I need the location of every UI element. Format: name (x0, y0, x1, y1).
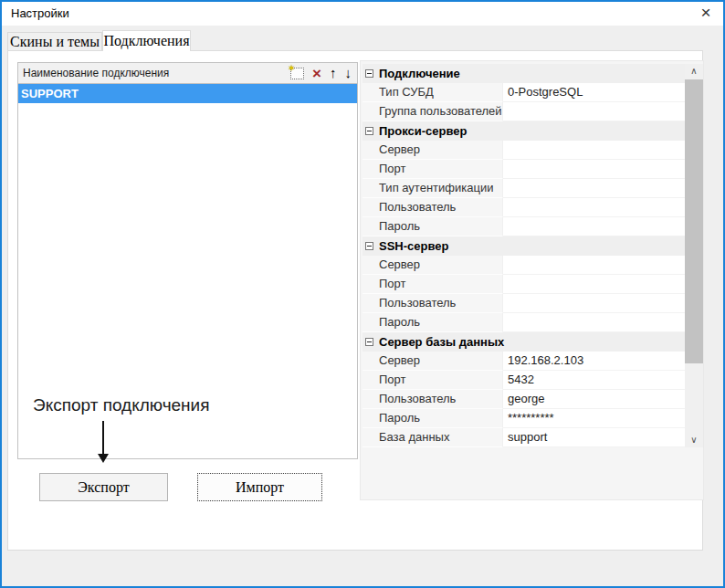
property-grid-rows: ПодключениеТип СУБД0-PostgreSQLГруппа по… (362, 64, 685, 447)
property-label[interactable]: Тип СУБД (362, 83, 503, 102)
property-grid-row[interactable]: Пользователь (362, 294, 685, 313)
property-value[interactable]: ********** (503, 409, 685, 428)
property-grid-row[interactable]: Порт (362, 160, 685, 179)
property-value[interactable]: 192.168.2.103 (503, 352, 685, 371)
property-label[interactable]: Сервер (362, 256, 503, 275)
category-label: Сервер базы данных (379, 332, 685, 352)
tab-connections[interactable]: Подключения (102, 30, 191, 51)
connections-tab-page: Наименование подключения × ↑ ↓ SUPPORT П… (7, 50, 703, 551)
settings-dialog: Настройки × Скины и темы Подключения Наи… (0, 0, 725, 588)
collapse-minus-icon[interactable] (365, 242, 373, 250)
property-value[interactable] (503, 102, 685, 121)
property-grid-row[interactable]: Пользовательgeorge (362, 390, 685, 409)
property-grid-row[interactable]: Пароль (362, 313, 685, 332)
property-label[interactable]: Порт (362, 160, 503, 179)
property-grid-row[interactable]: Пароль (362, 217, 685, 236)
property-label[interactable]: Пароль (362, 409, 503, 428)
collapse-minus-icon[interactable] (365, 127, 373, 135)
import-button[interactable]: Импорт (197, 473, 322, 501)
property-grid-row[interactable]: Пользователь (362, 198, 685, 217)
property-value[interactable] (503, 313, 685, 332)
property-label[interactable]: База данных (362, 428, 503, 447)
property-grid-row[interactable]: Тип СУБД0-PostgreSQL (362, 83, 685, 102)
property-grid-category-row[interactable]: Подключение (362, 64, 685, 83)
connection-property-grid: ПодключениеТип СУБД0-PostgreSQLГруппа по… (360, 60, 704, 500)
scroll-down-icon[interactable]: ∨ (685, 433, 703, 447)
property-value[interactable] (503, 179, 685, 198)
property-value[interactable] (503, 256, 685, 275)
scrollbar-thumb[interactable] (685, 79, 703, 363)
connections-list-items: SUPPORT (18, 84, 357, 103)
property-grid-row[interactable]: Пароль********** (362, 409, 685, 428)
property-label[interactable]: Пароль (362, 313, 503, 332)
property-label[interactable]: Группа пользователей (362, 102, 503, 121)
category-expand-cell (362, 236, 379, 256)
connections-toolbar: × ↑ ↓ (290, 67, 352, 79)
category-label: Прокси-сервер (379, 121, 685, 141)
titlebar: Настройки × (2, 2, 723, 26)
move-down-icon[interactable]: ↓ (345, 67, 352, 79)
connection-list-item[interactable]: SUPPORT (18, 84, 357, 103)
property-value[interactable] (503, 294, 685, 313)
property-value[interactable] (503, 217, 685, 236)
property-grid-row[interactable]: Сервер192.168.2.103 (362, 352, 685, 371)
scroll-up-icon[interactable]: ∧ (685, 64, 703, 79)
annotation-arrow-head-icon (98, 454, 109, 463)
category-label: SSH-сервер (379, 236, 685, 256)
property-value[interactable] (503, 160, 685, 179)
export-annotation-text: Экспорт подключения (33, 394, 210, 416)
property-grid-category-row[interactable]: SSH-сервер (362, 236, 685, 256)
property-label[interactable]: Пароль (362, 217, 503, 236)
tab-skins-and-themes[interactable]: Скины и темы (7, 32, 102, 51)
property-label[interactable]: Пользователь (362, 390, 503, 409)
property-grid-row[interactable]: Сервер (362, 256, 685, 275)
property-grid-row[interactable]: Порт5432 (362, 371, 685, 390)
close-icon[interactable]: × (692, 2, 720, 26)
window-title: Настройки (11, 2, 69, 26)
property-grid-row[interactable]: Сервер (362, 141, 685, 160)
property-grid-row[interactable]: Группа пользователей (362, 102, 685, 121)
property-grid-row[interactable]: Тип аутентификации (362, 179, 685, 198)
property-label[interactable]: Тип аутентификации (362, 179, 503, 198)
property-label[interactable]: Пользователь (362, 294, 503, 313)
new-connection-icon[interactable] (290, 68, 304, 79)
category-expand-cell (362, 121, 379, 141)
property-value[interactable]: 0-PostgreSQL (503, 83, 685, 102)
property-grid-row[interactable]: Порт (362, 275, 685, 294)
property-label[interactable]: Сервер (362, 352, 503, 371)
move-up-icon[interactable]: ↑ (330, 67, 337, 79)
collapse-minus-icon[interactable] (365, 69, 373, 78)
category-expand-cell (362, 64, 379, 83)
category-expand-cell (362, 332, 379, 352)
property-label[interactable]: Сервер (362, 141, 503, 160)
property-grid-category-row[interactable]: Прокси-сервер (362, 121, 685, 141)
property-grid-row[interactable]: База данныхsupport (362, 428, 685, 447)
delete-connection-icon[interactable]: × (312, 68, 321, 79)
property-grid-scrollbar[interactable]: ∧ ∨ (685, 64, 703, 447)
category-label: Подключение (379, 64, 685, 83)
connections-list-header-label: Наименование подключения (23, 67, 290, 79)
annotation-arrow (102, 421, 104, 456)
property-label[interactable]: Порт (362, 371, 503, 390)
export-button[interactable]: Экспорт (39, 473, 168, 501)
property-value[interactable] (503, 141, 685, 160)
property-value[interactable]: 5432 (503, 371, 685, 390)
property-grid-category-row[interactable]: Сервер базы данных (362, 332, 685, 352)
property-value[interactable]: george (503, 390, 685, 409)
collapse-minus-icon[interactable] (365, 338, 373, 346)
property-label[interactable]: Пользователь (362, 198, 503, 217)
property-value[interactable] (503, 275, 685, 294)
property-label[interactable]: Порт (362, 275, 503, 294)
property-value[interactable] (503, 198, 685, 217)
property-value[interactable]: support (503, 428, 685, 447)
connections-list-header: Наименование подключения × ↑ ↓ (18, 63, 357, 84)
